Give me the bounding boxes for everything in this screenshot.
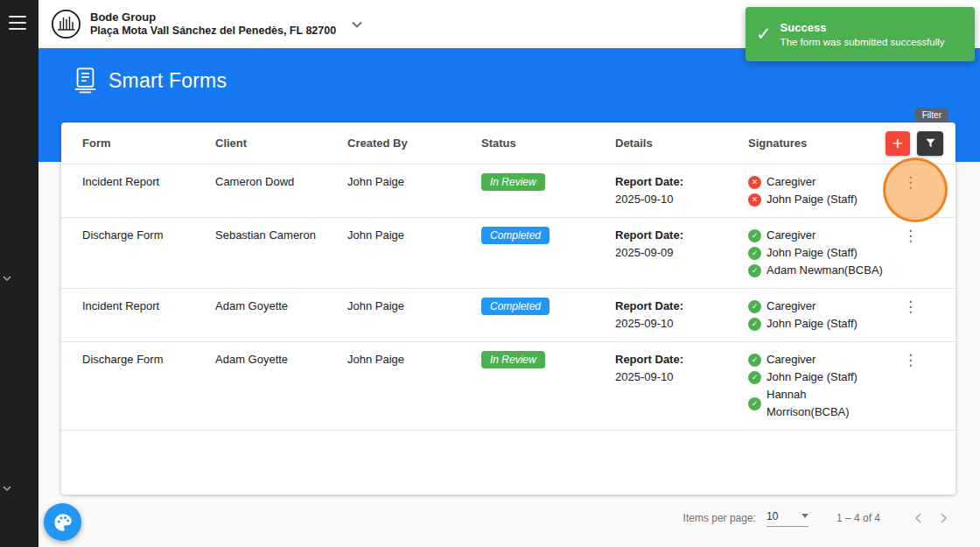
form-cell: Incident Report [82,165,215,200]
status-badge: Completed [481,298,550,315]
signatures-cell: ✕Caregiver✕John Paige (Staff) [748,165,894,217]
status-cell: Completed [481,218,615,253]
company-chevron-down-icon[interactable] [350,20,364,29]
signature-item: ✕John Paige (Staff) [748,191,887,208]
check-circle-icon: ✓ [748,318,761,331]
items-per-page-value: 10 [766,510,778,522]
column-header-status: Status [481,137,615,150]
row-menu-cell: ⋮ [894,218,956,257]
created-by-cell: John Paige [347,289,481,324]
report-date-value: 2025-09-10 [615,191,741,208]
signatures-cell: ✓Caregiver✓John Paige (Staff)✓Hannah Mor… [748,342,894,430]
status-badge: In Review [481,173,545,191]
next-page-button[interactable] [931,506,956,530]
signer-name: John Paige (Staff) [766,191,858,208]
toast-message: The form was submitted successfully [780,37,945,47]
row-menu-cell: ⋮ [894,289,956,328]
status-badge: Completed [481,227,550,244]
company-logo-icon [51,9,81,39]
report-date-value: 2025-09-10 [615,315,741,333]
report-date-label: Report Date: [615,173,741,191]
column-header-details: Details [615,137,748,150]
form-cell: Discharge Form [82,342,215,377]
theme-palette-button[interactable] [44,503,81,541]
company-name: Bode Group [90,11,336,25]
signatures-cell: ✓Caregiver✓John Paige (Staff) [748,289,894,341]
kebab-menu-icon[interactable]: ⋮ [894,171,927,195]
prev-page-button[interactable] [906,506,931,530]
check-circle-icon: ✓ [748,354,761,367]
table-row: Discharge FormAdam GoyetteJohn PaigeIn R… [61,342,956,431]
column-header-form: Form [82,137,215,150]
signature-item: ✓Adam Newman(BCBA) [748,262,887,279]
report-date-label: Report Date: [615,227,741,244]
page-title: Smart Forms [108,69,227,93]
cancel-icon: ✕ [748,193,761,207]
check-circle-icon: ✓ [748,397,761,410]
filter-button[interactable] [917,131,943,156]
signature-item: ✓Caregiver [748,298,887,315]
sidebar [0,0,38,547]
check-circle-icon: ✓ [748,229,761,242]
signer-name: Hannah Morrison(BCBA) [766,386,887,421]
details-cell: Report Date:2025-09-10 [615,165,748,217]
items-per-page-select[interactable]: 10 [766,510,808,527]
palette-icon [52,511,74,534]
form-cell: Incident Report [82,289,215,324]
created-by-cell: John Paige [347,218,481,253]
page-range-label: 1 – 4 of 4 [836,512,880,524]
table-body: Incident ReportCameron DowdJohn PaigeIn … [61,165,956,431]
signature-item: ✕Caregiver [748,173,887,191]
signature-item: ✓Hannah Morrison(BCBA) [748,386,887,421]
company-selector[interactable]: Bode Group Plaça Mota Vall Sánchez del P… [90,11,336,39]
items-per-page-label: Items per page: [683,512,756,524]
table-row: Incident ReportCameron DowdJohn PaigeIn … [61,165,956,218]
status-cell: Completed [481,289,615,324]
check-circle-icon: ✓ [748,264,761,277]
signer-name: John Paige (Staff) [766,368,858,386]
signature-item: ✓John Paige (Staff) [748,368,887,386]
column-header-client: Client [215,137,347,150]
signature-item: ✓John Paige (Staff) [748,244,887,262]
signature-item: ✓Caregiver [748,351,887,368]
success-toast: ✓ Success The form was submitted success… [746,7,975,61]
signature-item: ✓John Paige (Staff) [748,315,887,333]
table-row: Discharge FormSebastian CameronJohn Paig… [61,218,956,289]
kebab-menu-icon[interactable]: ⋮ [894,224,927,249]
signer-name: John Paige (Staff) [766,244,858,262]
report-date-label: Report Date: [615,351,741,368]
check-circle-icon: ✓ [748,247,761,260]
success-check-icon: ✓ [756,24,772,45]
report-date-label: Report Date: [615,298,741,315]
column-header-signatures: Signatures [748,137,894,150]
company-address: Plaça Mota Vall Sánchez del Penedès, FL … [90,25,336,39]
signer-name: Adam Newman(BCBA) [766,262,883,279]
funnel-icon [924,137,937,150]
paginator: Items per page: 10 1 – 4 of 4 [61,506,956,530]
created-by-cell: John Paige [347,165,481,200]
chevron-down-icon[interactable] [1,484,13,493]
signer-name: Caregiver [766,227,816,244]
toast-title: Success [780,21,945,34]
details-cell: Report Date:2025-09-09 [615,218,748,270]
filter-tooltip: Filter [915,108,948,123]
menu-icon[interactable] [9,16,26,30]
client-cell: Cameron Dowd [215,165,347,200]
status-badge: In Review [481,351,545,368]
client-cell: Sebastian Cameron [215,218,347,253]
chevron-left-icon [910,509,928,527]
kebab-menu-icon[interactable]: ⋮ [894,348,927,373]
report-date-value: 2025-09-10 [615,368,741,386]
add-form-button[interactable]: + [886,131,910,156]
chevron-down-icon[interactable] [1,274,13,283]
client-cell: Adam Goyette [215,342,347,377]
form-cell: Discharge Form [82,218,215,253]
kebab-menu-icon[interactable]: ⋮ [894,295,927,319]
created-by-cell: John Paige [347,342,481,377]
cancel-icon: ✕ [748,176,761,189]
column-header-created-by: Created By [347,137,481,150]
details-cell: Report Date:2025-09-10 [615,289,748,341]
signer-name: Caregiver [766,351,816,368]
report-date-value: 2025-09-09 [615,244,741,262]
table-row: Incident ReportAdam GoyetteJohn PaigeCom… [61,289,956,342]
